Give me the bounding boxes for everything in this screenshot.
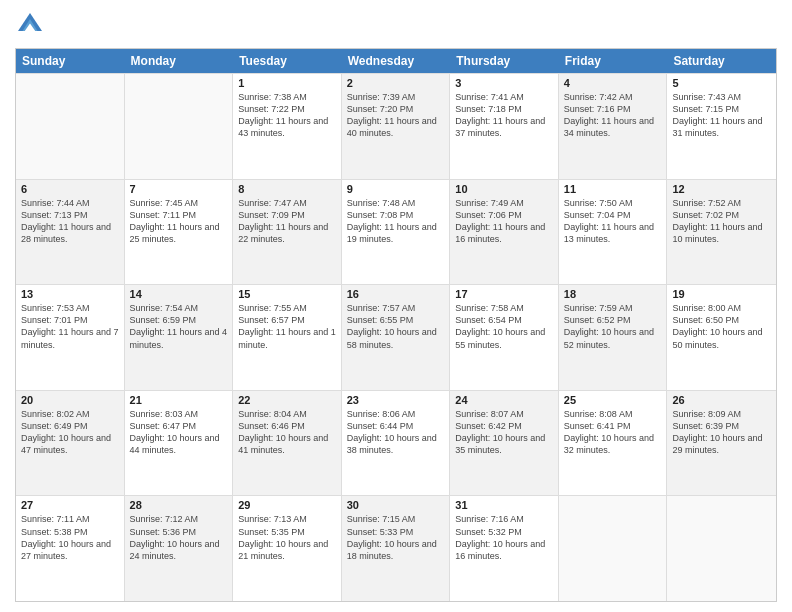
cell-info: Sunrise: 7:42 AM Sunset: 7:16 PM Dayligh… bbox=[564, 91, 662, 140]
calendar-cell: 16Sunrise: 7:57 AM Sunset: 6:55 PM Dayli… bbox=[342, 285, 451, 390]
calendar-row-2: 6Sunrise: 7:44 AM Sunset: 7:13 PM Daylig… bbox=[16, 179, 776, 285]
calendar-row-3: 13Sunrise: 7:53 AM Sunset: 7:01 PM Dayli… bbox=[16, 284, 776, 390]
cell-info: Sunrise: 7:50 AM Sunset: 7:04 PM Dayligh… bbox=[564, 197, 662, 246]
day-number: 16 bbox=[347, 288, 445, 300]
calendar-cell: 22Sunrise: 8:04 AM Sunset: 6:46 PM Dayli… bbox=[233, 391, 342, 496]
calendar-cell: 15Sunrise: 7:55 AM Sunset: 6:57 PM Dayli… bbox=[233, 285, 342, 390]
header-cell-wednesday: Wednesday bbox=[342, 49, 451, 73]
day-number: 28 bbox=[130, 499, 228, 511]
header-cell-monday: Monday bbox=[125, 49, 234, 73]
cell-info: Sunrise: 8:03 AM Sunset: 6:47 PM Dayligh… bbox=[130, 408, 228, 457]
header-cell-friday: Friday bbox=[559, 49, 668, 73]
calendar-cell: 12Sunrise: 7:52 AM Sunset: 7:02 PM Dayli… bbox=[667, 180, 776, 285]
day-number: 6 bbox=[21, 183, 119, 195]
cell-info: Sunrise: 7:11 AM Sunset: 5:38 PM Dayligh… bbox=[21, 513, 119, 562]
calendar-cell: 17Sunrise: 7:58 AM Sunset: 6:54 PM Dayli… bbox=[450, 285, 559, 390]
cell-info: Sunrise: 7:52 AM Sunset: 7:02 PM Dayligh… bbox=[672, 197, 771, 246]
calendar-cell: 31Sunrise: 7:16 AM Sunset: 5:32 PM Dayli… bbox=[450, 496, 559, 601]
day-number: 17 bbox=[455, 288, 553, 300]
cell-info: Sunrise: 8:09 AM Sunset: 6:39 PM Dayligh… bbox=[672, 408, 771, 457]
day-number: 18 bbox=[564, 288, 662, 300]
logo bbox=[15, 10, 49, 40]
calendar-cell: 27Sunrise: 7:11 AM Sunset: 5:38 PM Dayli… bbox=[16, 496, 125, 601]
cell-info: Sunrise: 7:39 AM Sunset: 7:20 PM Dayligh… bbox=[347, 91, 445, 140]
calendar-cell: 21Sunrise: 8:03 AM Sunset: 6:47 PM Dayli… bbox=[125, 391, 234, 496]
calendar-cell: 11Sunrise: 7:50 AM Sunset: 7:04 PM Dayli… bbox=[559, 180, 668, 285]
calendar-cell: 30Sunrise: 7:15 AM Sunset: 5:33 PM Dayli… bbox=[342, 496, 451, 601]
calendar-row-1: 1Sunrise: 7:38 AM Sunset: 7:22 PM Daylig… bbox=[16, 73, 776, 179]
cell-info: Sunrise: 7:58 AM Sunset: 6:54 PM Dayligh… bbox=[455, 302, 553, 351]
cell-info: Sunrise: 7:49 AM Sunset: 7:06 PM Dayligh… bbox=[455, 197, 553, 246]
calendar: SundayMondayTuesdayWednesdayThursdayFrid… bbox=[15, 48, 777, 602]
day-number: 8 bbox=[238, 183, 336, 195]
cell-info: Sunrise: 8:00 AM Sunset: 6:50 PM Dayligh… bbox=[672, 302, 771, 351]
page: SundayMondayTuesdayWednesdayThursdayFrid… bbox=[0, 0, 792, 612]
day-number: 4 bbox=[564, 77, 662, 89]
calendar-cell: 26Sunrise: 8:09 AM Sunset: 6:39 PM Dayli… bbox=[667, 391, 776, 496]
cell-info: Sunrise: 7:13 AM Sunset: 5:35 PM Dayligh… bbox=[238, 513, 336, 562]
logo-icon bbox=[15, 10, 45, 40]
cell-info: Sunrise: 7:41 AM Sunset: 7:18 PM Dayligh… bbox=[455, 91, 553, 140]
cell-info: Sunrise: 8:08 AM Sunset: 6:41 PM Dayligh… bbox=[564, 408, 662, 457]
day-number: 11 bbox=[564, 183, 662, 195]
cell-info: Sunrise: 7:15 AM Sunset: 5:33 PM Dayligh… bbox=[347, 513, 445, 562]
cell-info: Sunrise: 7:47 AM Sunset: 7:09 PM Dayligh… bbox=[238, 197, 336, 246]
day-number: 12 bbox=[672, 183, 771, 195]
calendar-cell: 9Sunrise: 7:48 AM Sunset: 7:08 PM Daylig… bbox=[342, 180, 451, 285]
day-number: 7 bbox=[130, 183, 228, 195]
calendar-header: SundayMondayTuesdayWednesdayThursdayFrid… bbox=[16, 49, 776, 73]
cell-info: Sunrise: 7:55 AM Sunset: 6:57 PM Dayligh… bbox=[238, 302, 336, 351]
calendar-cell: 13Sunrise: 7:53 AM Sunset: 7:01 PM Dayli… bbox=[16, 285, 125, 390]
calendar-row-5: 27Sunrise: 7:11 AM Sunset: 5:38 PM Dayli… bbox=[16, 495, 776, 601]
cell-info: Sunrise: 7:16 AM Sunset: 5:32 PM Dayligh… bbox=[455, 513, 553, 562]
calendar-cell bbox=[559, 496, 668, 601]
day-number: 20 bbox=[21, 394, 119, 406]
day-number: 23 bbox=[347, 394, 445, 406]
cell-info: Sunrise: 8:06 AM Sunset: 6:44 PM Dayligh… bbox=[347, 408, 445, 457]
day-number: 15 bbox=[238, 288, 336, 300]
day-number: 29 bbox=[238, 499, 336, 511]
day-number: 2 bbox=[347, 77, 445, 89]
cell-info: Sunrise: 7:59 AM Sunset: 6:52 PM Dayligh… bbox=[564, 302, 662, 351]
day-number: 9 bbox=[347, 183, 445, 195]
day-number: 3 bbox=[455, 77, 553, 89]
cell-info: Sunrise: 7:54 AM Sunset: 6:59 PM Dayligh… bbox=[130, 302, 228, 351]
calendar-cell: 7Sunrise: 7:45 AM Sunset: 7:11 PM Daylig… bbox=[125, 180, 234, 285]
calendar-cell: 3Sunrise: 7:41 AM Sunset: 7:18 PM Daylig… bbox=[450, 74, 559, 179]
cell-info: Sunrise: 7:48 AM Sunset: 7:08 PM Dayligh… bbox=[347, 197, 445, 246]
day-number: 25 bbox=[564, 394, 662, 406]
header-cell-sunday: Sunday bbox=[16, 49, 125, 73]
cell-info: Sunrise: 7:43 AM Sunset: 7:15 PM Dayligh… bbox=[672, 91, 771, 140]
day-number: 1 bbox=[238, 77, 336, 89]
calendar-cell: 2Sunrise: 7:39 AM Sunset: 7:20 PM Daylig… bbox=[342, 74, 451, 179]
calendar-cell: 24Sunrise: 8:07 AM Sunset: 6:42 PM Dayli… bbox=[450, 391, 559, 496]
calendar-cell: 6Sunrise: 7:44 AM Sunset: 7:13 PM Daylig… bbox=[16, 180, 125, 285]
calendar-cell: 18Sunrise: 7:59 AM Sunset: 6:52 PM Dayli… bbox=[559, 285, 668, 390]
calendar-cell: 20Sunrise: 8:02 AM Sunset: 6:49 PM Dayli… bbox=[16, 391, 125, 496]
calendar-cell: 4Sunrise: 7:42 AM Sunset: 7:16 PM Daylig… bbox=[559, 74, 668, 179]
cell-info: Sunrise: 7:38 AM Sunset: 7:22 PM Dayligh… bbox=[238, 91, 336, 140]
header-cell-saturday: Saturday bbox=[667, 49, 776, 73]
calendar-cell: 14Sunrise: 7:54 AM Sunset: 6:59 PM Dayli… bbox=[125, 285, 234, 390]
calendar-cell bbox=[125, 74, 234, 179]
calendar-cell bbox=[16, 74, 125, 179]
calendar-cell: 8Sunrise: 7:47 AM Sunset: 7:09 PM Daylig… bbox=[233, 180, 342, 285]
day-number: 27 bbox=[21, 499, 119, 511]
day-number: 24 bbox=[455, 394, 553, 406]
day-number: 19 bbox=[672, 288, 771, 300]
day-number: 30 bbox=[347, 499, 445, 511]
calendar-cell: 28Sunrise: 7:12 AM Sunset: 5:36 PM Dayli… bbox=[125, 496, 234, 601]
day-number: 10 bbox=[455, 183, 553, 195]
cell-info: Sunrise: 7:12 AM Sunset: 5:36 PM Dayligh… bbox=[130, 513, 228, 562]
cell-info: Sunrise: 8:07 AM Sunset: 6:42 PM Dayligh… bbox=[455, 408, 553, 457]
calendar-cell: 19Sunrise: 8:00 AM Sunset: 6:50 PM Dayli… bbox=[667, 285, 776, 390]
calendar-body: 1Sunrise: 7:38 AM Sunset: 7:22 PM Daylig… bbox=[16, 73, 776, 601]
calendar-cell bbox=[667, 496, 776, 601]
calendar-cell: 1Sunrise: 7:38 AM Sunset: 7:22 PM Daylig… bbox=[233, 74, 342, 179]
day-number: 31 bbox=[455, 499, 553, 511]
header-cell-thursday: Thursday bbox=[450, 49, 559, 73]
cell-info: Sunrise: 7:45 AM Sunset: 7:11 PM Dayligh… bbox=[130, 197, 228, 246]
cell-info: Sunrise: 7:44 AM Sunset: 7:13 PM Dayligh… bbox=[21, 197, 119, 246]
calendar-cell: 23Sunrise: 8:06 AM Sunset: 6:44 PM Dayli… bbox=[342, 391, 451, 496]
day-number: 13 bbox=[21, 288, 119, 300]
